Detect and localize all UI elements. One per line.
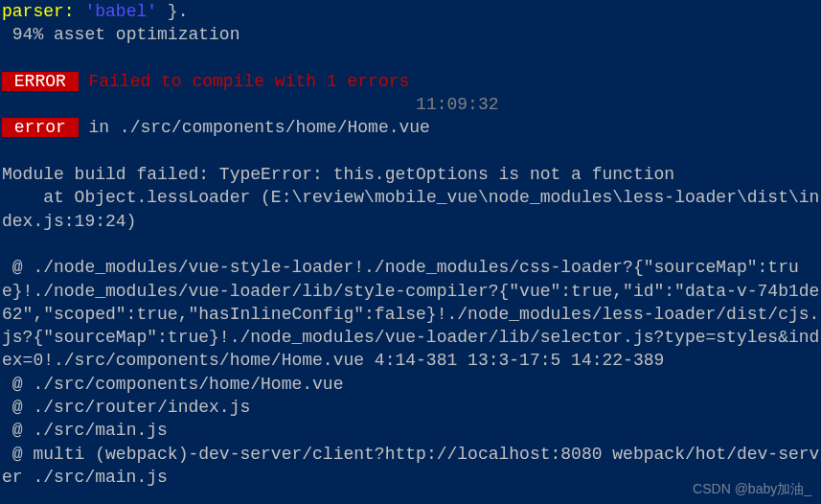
progress-line: 94% asset optimization (2, 23, 821, 46)
parser-suffix: }. (168, 2, 189, 21)
trace-line-3: @ ./src/router/index.js (2, 396, 821, 419)
trace-line-4: @ ./src/main.js (2, 419, 821, 442)
error-summary-line: ERROR Failed to compile with 1 errors (2, 70, 821, 93)
timestamp-line: 11:09:32 (2, 93, 821, 116)
blank-line (2, 140, 821, 163)
error-badge-2: error (2, 118, 79, 137)
trace-line-1: @ ./node_modules/vue-style-loader!./node… (2, 256, 821, 372)
error-file-path: in ./src/components/home/Home.vue (79, 118, 430, 137)
parser-config-line: parser: 'babel' }. (2, 0, 821, 23)
blank-line (2, 47, 821, 70)
error-message: Failed to compile with 1 errors (79, 72, 410, 91)
parser-key: parser: (2, 2, 75, 21)
error-location-line: error in ./src/components/home/Home.vue (2, 116, 821, 139)
csdn-watermark: CSDN @baby加油_ (693, 480, 811, 498)
module-build-failed: Module build failed: TypeError: this.get… (2, 163, 821, 186)
blank-line (2, 233, 821, 256)
error-badge: ERROR (2, 72, 79, 91)
parser-value: 'babel' (75, 2, 168, 21)
stack-at-line: at Object.lessLoader (E:\review\mobile_v… (2, 186, 821, 233)
trace-line-2: @ ./src/components/home/Home.vue (2, 373, 821, 396)
